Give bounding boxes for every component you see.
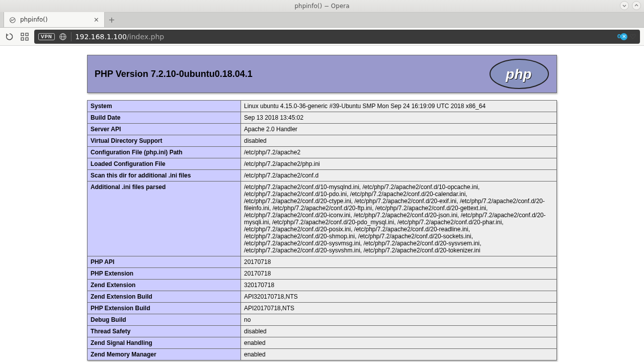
svg-rect-4 <box>26 38 28 40</box>
info-value: Sep 13 2018 13:45:02 <box>241 112 557 124</box>
info-key: Zend Signal Handling <box>88 337 241 349</box>
info-value: 320170718 <box>241 280 557 291</box>
table-row: Additional .ini files parsed/etc/php/7.2… <box>88 182 557 256</box>
table-row: Loaded Configuration File/etc/php/7.2/ap… <box>88 158 557 170</box>
php-version-heading: PHP Version 7.2.10-0ubuntu0.18.04.1 <box>95 69 253 79</box>
info-key: Additional .ini files parsed <box>88 182 241 256</box>
info-value: disabled <box>241 135 557 147</box>
url-path: /index.php <box>127 33 164 41</box>
info-value: /etc/php/7.2/apache2/conf.d/10-mysqlnd.i… <box>241 182 557 256</box>
window-minimize-button[interactable] <box>620 1 629 10</box>
page-content[interactable]: PHP Version 7.2.10-0ubuntu0.18.04.1 php … <box>0 46 644 362</box>
svg-rect-2 <box>26 33 28 36</box>
info-key: PHP Extension Build <box>88 303 241 314</box>
table-row: Server APIApache 2.0 Handler <box>88 124 557 135</box>
table-row: PHP API20170718 <box>88 256 557 268</box>
svg-point-0 <box>10 18 16 23</box>
vpn-badge[interactable]: VPN <box>38 33 55 40</box>
info-value: no <box>241 314 557 326</box>
svg-rect-1 <box>21 33 24 36</box>
new-tab-button[interactable]: + <box>105 12 119 27</box>
table-row: Zend Memory Managerenabled <box>88 349 557 360</box>
address-field[interactable]: VPN 192.168.1.100/index.php 0 ✕ ♡ <box>34 30 640 44</box>
info-value: Apache 2.0 Handler <box>241 124 557 135</box>
browser-tab[interactable]: phpinfo() ✕ <box>4 12 105 27</box>
tab-label: phpinfo() <box>20 16 90 23</box>
info-value: enabled <box>241 337 557 349</box>
window-titlebar: phpinfo() − Opera <box>0 0 644 13</box>
tab-stub <box>0 12 4 27</box>
table-row: Virtual Directory Supportdisabled <box>88 135 557 147</box>
table-row: Configuration File (php.ini) Path/etc/ph… <box>88 147 557 158</box>
heart-icon[interactable]: ♡ <box>629 33 636 41</box>
info-key: Zend Extension <box>88 280 241 291</box>
url-text: 192.168.1.100/index.php <box>75 33 165 41</box>
info-key: PHP API <box>88 256 241 268</box>
info-value: /etc/php/7.2/apache2 <box>241 147 557 158</box>
globe-icon <box>59 33 67 41</box>
info-key: Zend Extension Build <box>88 291 241 303</box>
window-maximize-button[interactable] <box>632 1 641 10</box>
table-row: SystemLinux ubuntu 4.15.0-36-generic #39… <box>88 101 557 112</box>
info-value: /etc/php/7.2/apache2/php.ini <box>241 158 557 170</box>
window-controls <box>620 1 641 10</box>
url-host: 192.168.1.100 <box>75 33 127 41</box>
table-row: Debug Buildno <box>88 314 557 326</box>
url-separator <box>71 32 71 41</box>
info-key: Loaded Configuration File <box>88 158 241 170</box>
info-value: 20170718 <box>241 256 557 268</box>
php-logo-icon: php php <box>489 58 549 89</box>
phpinfo-header: PHP Version 7.2.10-0ubuntu0.18.04.1 php … <box>87 55 557 93</box>
info-value: enabled <box>241 349 557 360</box>
table-row: PHP Extension20170718 <box>88 268 557 280</box>
info-key: Virtual Directory Support <box>88 135 241 147</box>
speed-dial-button[interactable] <box>19 31 30 42</box>
info-value: API320170718,NTS <box>241 291 557 303</box>
address-right-controls: 0 ✕ ♡ <box>617 33 636 41</box>
adblock-icon: ✕ <box>620 33 627 40</box>
info-key: Thread Safety <box>88 326 241 337</box>
table-row: PHP Extension BuildAPI20170718,NTS <box>88 303 557 314</box>
table-row: Zend Extension BuildAPI320170718,NTS <box>88 291 557 303</box>
table-row: Zend Extension320170718 <box>88 280 557 291</box>
info-value: /etc/php/7.2/apache2/conf.d <box>241 170 557 182</box>
info-key: System <box>88 101 241 112</box>
tab-favicon-icon <box>9 16 16 23</box>
svg-text:php: php <box>505 66 531 82</box>
tab-bar: phpinfo() ✕ + <box>0 13 644 28</box>
info-key: PHP Extension <box>88 268 241 280</box>
info-value: 20170718 <box>241 268 557 280</box>
phpinfo-container: PHP Version 7.2.10-0ubuntu0.18.04.1 php … <box>87 55 557 360</box>
address-bar: VPN 192.168.1.100/index.php 0 ✕ ♡ <box>0 28 644 46</box>
info-key: Scan this dir for additional .ini files <box>88 170 241 182</box>
table-row: Scan this dir for additional .ini files/… <box>88 170 557 182</box>
info-key: Server API <box>88 124 241 135</box>
info-value: Linux ubuntu 4.15.0-36-generic #39-Ubunt… <box>241 101 557 112</box>
table-row: Build DateSep 13 2018 13:45:02 <box>88 112 557 124</box>
info-value: API20170718,NTS <box>241 303 557 314</box>
window-title: phpinfo() − Opera <box>294 3 349 10</box>
table-row: Thread Safetydisabled <box>88 326 557 337</box>
info-key: Debug Build <box>88 314 241 326</box>
reload-button[interactable] <box>4 31 15 42</box>
table-row: Zend Signal Handlingenabled <box>88 337 557 349</box>
info-value: disabled <box>241 326 557 337</box>
info-key: Zend Memory Manager <box>88 349 241 360</box>
adblock-badge[interactable]: 0 ✕ <box>617 33 628 40</box>
info-key: Configuration File (php.ini) Path <box>88 147 241 158</box>
info-key: Build Date <box>88 112 241 124</box>
svg-rect-3 <box>21 38 24 40</box>
phpinfo-table: SystemLinux ubuntu 4.15.0-36-generic #39… <box>87 100 557 360</box>
tab-close-icon[interactable]: ✕ <box>94 16 99 24</box>
